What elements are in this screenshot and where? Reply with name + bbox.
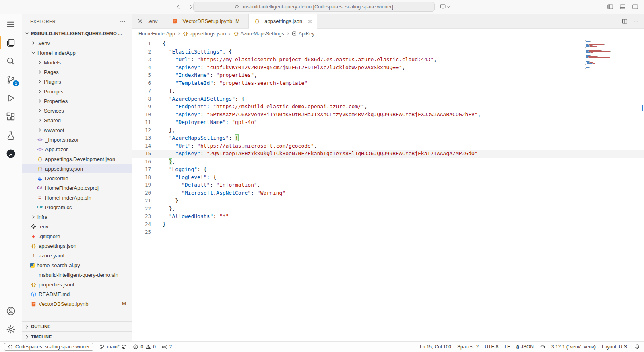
modified-badge: M (235, 19, 239, 24)
tree-item-label: appsettings.Development.json (45, 156, 115, 162)
code-line-10: 10 "ApiKey": "5PtRAXzP7C6Axvo4VRiIYU0aKS… (132, 111, 644, 119)
tree-item-homefinderapp-csproj[interactable]: C#HomeFinderApp.csproj (22, 183, 132, 193)
activity-github[interactable] (0, 144, 22, 163)
ports-indicator[interactable]: 2 (162, 344, 172, 350)
code-editor[interactable]: 1{2 "ElasticSettings": {3 "Url": "https:… (132, 39, 644, 341)
tree-item-appsettings-development-json[interactable]: {}appsettings.Development.json (22, 154, 132, 164)
tree-item-properties-jsonl[interactable]: {}properties.jsonl (22, 280, 132, 289)
file-tree: MSBUILD-INTELLIGENT-QUERY-DEMO ....venvH… (22, 29, 132, 321)
activity-settings[interactable] (0, 320, 22, 339)
tree-item-models[interactable]: Models (22, 58, 132, 67)
tab-label: appsettings.json (264, 18, 302, 24)
breadcrumb-azuremapssettings[interactable]: {}AzureMapsSettings (233, 31, 284, 37)
tree-item-properties[interactable]: Properties (22, 96, 132, 106)
activity-menu[interactable] (0, 15, 22, 33)
tree-item-azure-yaml[interactable]: !azure.yaml (22, 251, 132, 260)
tree-item-imports-razor[interactable]: <>_Imports.razor (22, 135, 132, 144)
activity-source-control[interactable]: 1 (0, 70, 22, 89)
tree-item-pages[interactable]: Pages (22, 67, 132, 77)
forward-icon[interactable] (188, 4, 194, 10)
menu-icon (6, 19, 16, 29)
tree-item-label: Plugins (44, 79, 61, 85)
tree-item-home-search-ai-py[interactable]: home-search-ai.py (22, 260, 132, 270)
info-icon (30, 291, 37, 297)
language-mode[interactable]: {} JSON (516, 344, 534, 350)
vscode-window: msbuild-intelligent-query-demo [Codespac… (0, 0, 644, 352)
section-outline[interactable]: OUTLINE (22, 322, 132, 331)
json-icon: {} (37, 167, 43, 171)
tree-item-env[interactable]: .env (22, 222, 132, 231)
tree-item-readme-md[interactable]: README.md (22, 289, 132, 299)
line-number: 12 (132, 126, 151, 134)
breadcrumb-apikey[interactable]: ApiKey (291, 31, 315, 37)
breadcrumb-separator-icon (176, 31, 182, 37)
chevron-right-icon (37, 127, 43, 133)
activity-testing[interactable] (0, 126, 22, 144)
activity-account[interactable] (0, 302, 22, 320)
tree-item-homefinderapp-sln[interactable]: ≡HomeFinderApp.sln (22, 193, 132, 202)
code-line-9: 9 "Endpoint": "https://msbuild-elastic-d… (132, 103, 644, 111)
branch-indicator[interactable]: main* (99, 344, 127, 350)
python-interpreter[interactable]: 3.12.1 ('.venv': venv) (551, 344, 596, 350)
problems-indicator[interactable]: 0 0 (133, 344, 155, 350)
split-editor-icon[interactable] (621, 18, 628, 25)
activity-search[interactable] (0, 52, 22, 70)
tree-item-prompts[interactable]: Prompts (22, 86, 132, 96)
activity-bar: 1 (0, 14, 22, 341)
tree-item-label: .env (39, 224, 49, 230)
tree-item-homefinderapp[interactable]: HomeFinderApp (22, 48, 132, 58)
tree-item-label: README.md (39, 291, 70, 297)
eol-indicator[interactable]: LF (504, 344, 510, 350)
keyboard-layout[interactable]: Layout: U.S. (602, 344, 628, 350)
tree-item-services[interactable]: Services (22, 106, 132, 115)
minimap[interactable] (585, 40, 638, 70)
tab-vectordbsetup-ipynb[interactable]: VectorDBSetup.ipynbM (167, 14, 249, 28)
remote-menu[interactable] (440, 4, 451, 10)
more-actions-icon[interactable] (120, 18, 126, 25)
tree-item-shared[interactable]: Shared (22, 115, 132, 125)
tree-item-wwwroot[interactable]: wwwroot (22, 125, 132, 135)
line-number: 6 (132, 79, 151, 87)
tree-item-plugins[interactable]: Plugins (22, 77, 132, 86)
tree-item-dockerfile[interactable]: Dockerfile (22, 173, 132, 183)
activity-explorer[interactable] (0, 33, 22, 52)
tree-item-venv[interactable]: .venv (22, 38, 132, 48)
tree-item-gitignore[interactable]: ◆.gitignore (22, 231, 132, 241)
breadcrumb-appsettings-json[interactable]: {}appsettings.json (182, 31, 226, 37)
breadcrumb-homefinderapp[interactable]: HomeFinderApp (138, 31, 175, 37)
back-icon[interactable] (175, 4, 182, 10)
line-number: 13 (132, 134, 151, 142)
tree-item-msbuild-intelligent-query-demo-sln[interactable]: ≡msbuild-intelligent-query-demo.sln (22, 270, 132, 280)
section-timeline[interactable]: TIMELINE (22, 331, 132, 341)
toggle-primary-sidebar-icon[interactable] (607, 4, 613, 10)
activity-extensions[interactable] (0, 107, 22, 126)
tree-item-msbuild-intelligent-query-demo[interactable]: MSBUILD-INTELLIGENT-QUERY-DEMO ... (22, 29, 132, 38)
command-center-search[interactable]: msbuild-intelligent-query-demo [Codespac… (193, 2, 435, 12)
encoding-indicator[interactable]: UTF-8 (485, 344, 498, 350)
cursor-position[interactable]: Ln 15, Col 100 (420, 344, 451, 350)
tree-item-app-razor[interactable]: <>App.razor (22, 144, 132, 154)
editor-more-actions-icon[interactable] (633, 18, 639, 25)
tree-item-infra[interactable]: infra (22, 212, 132, 222)
tree-item-label: appsettings.json (39, 243, 76, 249)
tree-item-program-cs[interactable]: C#Program.cs (22, 202, 132, 212)
tab-env[interactable]: .env (132, 14, 167, 28)
breadcrumb-label: appsettings.json (190, 31, 226, 37)
tree-item-vectordbsetup-ipynb[interactable]: VectorDBSetup.ipynbM (22, 299, 132, 309)
tab-appsettings-json[interactable]: {}appsettings.json (249, 14, 317, 29)
codespaces-indicator[interactable]: Codespaces: scaling space winner (4, 343, 93, 351)
chevron-right-icon (37, 117, 43, 124)
toggle-panel-icon[interactable] (619, 4, 626, 10)
activity-run-debug[interactable] (0, 89, 22, 107)
copilot-status[interactable] (540, 344, 545, 350)
code-line-2: 2 "ElasticSettings": { (132, 48, 644, 56)
tree-item-appsettings-json[interactable]: {}appsettings.json (22, 164, 132, 173)
notifications[interactable] (634, 344, 640, 350)
close-icon[interactable] (307, 19, 313, 24)
toggle-secondary-sidebar-icon[interactable] (632, 4, 638, 10)
indentation-indicator[interactable]: Spaces: 2 (457, 344, 479, 350)
status-bar: Codespaces: scaling space winner main* 0… (0, 341, 644, 352)
tree-item-appsettings-json[interactable]: {}appsettings.json (22, 241, 132, 251)
section-label: OUTLINE (31, 324, 50, 329)
tree-item-label: home-search-ai.py (37, 262, 80, 268)
